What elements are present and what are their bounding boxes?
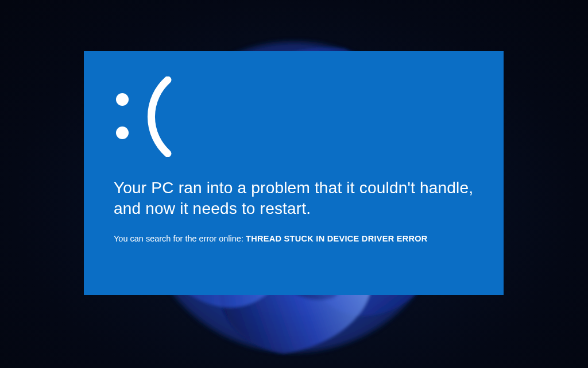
bsod-panel: Your PC ran into a problem that it could… — [84, 51, 504, 295]
bsod-search-prefix: You can search for the error online: — [114, 234, 246, 243]
bsod-message: Your PC ran into a problem that it could… — [114, 178, 474, 219]
bsod-error-code: THREAD STUCK IN DEVICE DRIVER ERROR — [246, 234, 428, 243]
sad-face-icon — [113, 76, 474, 157]
bsod-search-line: You can search for the error online: THR… — [114, 234, 474, 243]
svg-point-1 — [116, 93, 129, 106]
svg-point-2 — [116, 126, 129, 139]
